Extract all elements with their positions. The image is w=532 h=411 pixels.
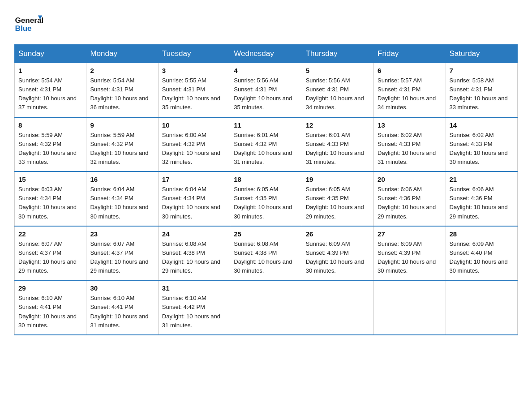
calendar-week-row: 8Sunrise: 5:59 AMSunset: 4:32 PMDaylight…	[15, 117, 518, 172]
day-number: 26	[306, 230, 370, 238]
day-detail: Sunrise: 5:56 AMSunset: 4:31 PMDaylight:…	[234, 76, 298, 112]
day-number: 10	[162, 121, 226, 129]
day-number: 1	[18, 67, 82, 74]
day-detail: Sunrise: 5:59 AMSunset: 4:32 PMDaylight:…	[18, 131, 82, 167]
calendar-week-row: 22Sunrise: 6:07 AMSunset: 4:37 PMDayligh…	[15, 226, 518, 281]
calendar-empty-cell	[374, 280, 446, 335]
calendar-week-row: 1Sunrise: 5:54 AMSunset: 4:31 PMDaylight…	[15, 63, 518, 117]
day-detail: Sunrise: 6:01 AMSunset: 4:33 PMDaylight:…	[306, 131, 370, 167]
day-number: 27	[378, 230, 442, 238]
day-number: 31	[162, 284, 226, 292]
day-detail: Sunrise: 6:05 AMSunset: 4:35 PMDaylight:…	[234, 185, 298, 221]
calendar-day-cell: 27Sunrise: 6:09 AMSunset: 4:39 PMDayligh…	[374, 226, 446, 281]
day-number: 16	[90, 176, 154, 183]
calendar-day-cell: 16Sunrise: 6:04 AMSunset: 4:34 PMDayligh…	[86, 171, 158, 226]
day-detail: Sunrise: 6:00 AMSunset: 4:32 PMDaylight:…	[162, 131, 226, 167]
calendar-day-cell: 3Sunrise: 5:55 AMSunset: 4:31 PMDaylight…	[158, 63, 230, 117]
calendar-day-cell: 2Sunrise: 5:54 AMSunset: 4:31 PMDaylight…	[86, 63, 158, 117]
calendar-empty-cell	[302, 280, 373, 335]
day-number: 7	[450, 67, 514, 74]
svg-text:Blue: Blue	[15, 24, 32, 33]
day-number: 30	[90, 284, 154, 292]
calendar-header-row: SundayMondayTuesdayWednesdayThursdayFrid…	[15, 45, 518, 63]
calendar-day-cell: 4Sunrise: 5:56 AMSunset: 4:31 PMDaylight…	[230, 63, 302, 117]
day-detail: Sunrise: 6:01 AMSunset: 4:32 PMDaylight:…	[234, 131, 298, 167]
day-detail: Sunrise: 5:54 AMSunset: 4:31 PMDaylight:…	[90, 76, 154, 112]
calendar-day-cell: 8Sunrise: 5:59 AMSunset: 4:32 PMDaylight…	[15, 117, 86, 172]
calendar-empty-cell	[230, 280, 302, 335]
day-number: 13	[378, 121, 442, 129]
header-tuesday: Tuesday	[158, 45, 230, 63]
day-number: 6	[378, 67, 442, 74]
calendar-day-cell: 14Sunrise: 6:02 AMSunset: 4:33 PMDayligh…	[446, 117, 517, 172]
day-detail: Sunrise: 6:06 AMSunset: 4:36 PMDaylight:…	[378, 185, 442, 221]
day-number: 20	[378, 176, 442, 183]
day-number: 23	[90, 230, 154, 238]
logo-svg: General Blue	[14, 11, 46, 35]
calendar-day-cell: 6Sunrise: 5:57 AMSunset: 4:31 PMDaylight…	[374, 63, 446, 117]
calendar-day-cell: 10Sunrise: 6:00 AMSunset: 4:32 PMDayligh…	[158, 117, 230, 172]
calendar-day-cell: 9Sunrise: 5:59 AMSunset: 4:32 PMDaylight…	[86, 117, 158, 172]
calendar-day-cell: 30Sunrise: 6:10 AMSunset: 4:41 PMDayligh…	[86, 280, 158, 335]
calendar-day-cell: 31Sunrise: 6:10 AMSunset: 4:42 PMDayligh…	[158, 280, 230, 335]
day-number: 18	[234, 176, 298, 183]
day-number: 8	[18, 121, 82, 129]
calendar-day-cell: 24Sunrise: 6:08 AMSunset: 4:38 PMDayligh…	[158, 226, 230, 281]
day-number: 17	[162, 176, 226, 183]
calendar-day-cell: 21Sunrise: 6:06 AMSunset: 4:36 PMDayligh…	[446, 171, 517, 226]
calendar-table: SundayMondayTuesdayWednesdayThursdayFrid…	[14, 44, 518, 335]
day-detail: Sunrise: 5:56 AMSunset: 4:31 PMDaylight:…	[306, 76, 370, 112]
day-number: 12	[306, 121, 370, 129]
day-detail: Sunrise: 6:07 AMSunset: 4:37 PMDaylight:…	[18, 240, 82, 276]
day-number: 22	[18, 230, 82, 238]
day-detail: Sunrise: 6:03 AMSunset: 4:34 PMDaylight:…	[18, 185, 82, 221]
day-detail: Sunrise: 6:04 AMSunset: 4:34 PMDaylight:…	[90, 185, 154, 221]
day-detail: Sunrise: 6:09 AMSunset: 4:40 PMDaylight:…	[450, 240, 514, 276]
calendar-day-cell: 11Sunrise: 6:01 AMSunset: 4:32 PMDayligh…	[230, 117, 302, 172]
calendar-day-cell: 29Sunrise: 6:10 AMSunset: 4:41 PMDayligh…	[15, 280, 86, 335]
day-number: 19	[306, 176, 370, 183]
day-detail: Sunrise: 6:02 AMSunset: 4:33 PMDaylight:…	[378, 131, 442, 167]
day-number: 2	[90, 67, 154, 74]
calendar-day-cell: 5Sunrise: 5:56 AMSunset: 4:31 PMDaylight…	[302, 63, 373, 117]
day-number: 28	[450, 230, 514, 238]
header-friday: Friday	[374, 45, 446, 63]
day-detail: Sunrise: 6:10 AMSunset: 4:41 PMDaylight:…	[18, 294, 82, 330]
day-number: 9	[90, 121, 154, 129]
calendar-week-row: 15Sunrise: 6:03 AMSunset: 4:34 PMDayligh…	[15, 171, 518, 226]
day-detail: Sunrise: 6:09 AMSunset: 4:39 PMDaylight:…	[306, 240, 370, 276]
day-number: 14	[450, 121, 514, 129]
calendar-day-cell: 17Sunrise: 6:04 AMSunset: 4:34 PMDayligh…	[158, 171, 230, 226]
calendar-day-cell: 28Sunrise: 6:09 AMSunset: 4:40 PMDayligh…	[446, 226, 517, 281]
day-detail: Sunrise: 6:08 AMSunset: 4:38 PMDaylight:…	[234, 240, 298, 276]
page-header: General Blue	[14, 11, 518, 35]
header-sunday: Sunday	[15, 45, 86, 63]
day-number: 4	[234, 67, 298, 74]
header-saturday: Saturday	[446, 45, 517, 63]
calendar-day-cell: 23Sunrise: 6:07 AMSunset: 4:37 PMDayligh…	[86, 226, 158, 281]
day-detail: Sunrise: 6:02 AMSunset: 4:33 PMDaylight:…	[450, 131, 514, 167]
header-thursday: Thursday	[302, 45, 373, 63]
day-detail: Sunrise: 5:58 AMSunset: 4:31 PMDaylight:…	[450, 76, 514, 112]
calendar-day-cell: 15Sunrise: 6:03 AMSunset: 4:34 PMDayligh…	[15, 171, 86, 226]
calendar-day-cell: 12Sunrise: 6:01 AMSunset: 4:33 PMDayligh…	[302, 117, 373, 172]
day-detail: Sunrise: 5:59 AMSunset: 4:32 PMDaylight:…	[90, 131, 154, 167]
calendar-day-cell: 1Sunrise: 5:54 AMSunset: 4:31 PMDaylight…	[15, 63, 86, 117]
day-number: 3	[162, 67, 226, 74]
day-detail: Sunrise: 6:07 AMSunset: 4:37 PMDaylight:…	[90, 240, 154, 276]
day-detail: Sunrise: 6:05 AMSunset: 4:35 PMDaylight:…	[306, 185, 370, 221]
day-number: 5	[306, 67, 370, 74]
calendar-day-cell: 13Sunrise: 6:02 AMSunset: 4:33 PMDayligh…	[374, 117, 446, 172]
logo: General Blue	[14, 11, 46, 35]
day-number: 24	[162, 230, 226, 238]
day-number: 25	[234, 230, 298, 238]
day-detail: Sunrise: 6:04 AMSunset: 4:34 PMDaylight:…	[162, 185, 226, 221]
calendar-day-cell: 20Sunrise: 6:06 AMSunset: 4:36 PMDayligh…	[374, 171, 446, 226]
day-detail: Sunrise: 5:55 AMSunset: 4:31 PMDaylight:…	[162, 76, 226, 112]
day-detail: Sunrise: 5:54 AMSunset: 4:31 PMDaylight:…	[18, 76, 82, 112]
calendar-day-cell: 19Sunrise: 6:05 AMSunset: 4:35 PMDayligh…	[302, 171, 373, 226]
day-number: 11	[234, 121, 298, 129]
calendar-day-cell: 18Sunrise: 6:05 AMSunset: 4:35 PMDayligh…	[230, 171, 302, 226]
day-detail: Sunrise: 6:08 AMSunset: 4:38 PMDaylight:…	[162, 240, 226, 276]
header-wednesday: Wednesday	[230, 45, 302, 63]
